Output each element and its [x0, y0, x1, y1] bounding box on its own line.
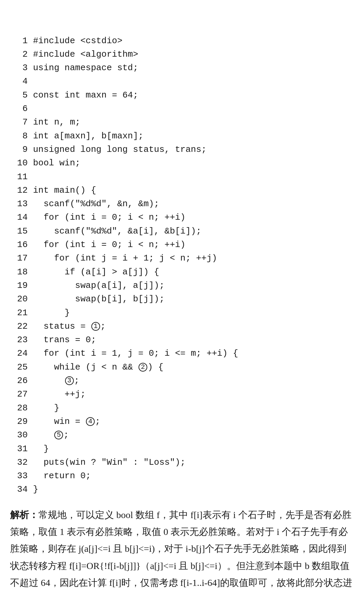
- line-number: 17: [10, 251, 28, 265]
- line-content: 3;: [33, 374, 354, 387]
- code-line: 24 for (int i = 1, j = 0; i <= m; ++i) {: [10, 347, 354, 360]
- line-content: status = 1;: [33, 320, 354, 333]
- code-line: 15 scanf("%d%d", &a[i], &b[i]);: [10, 224, 354, 238]
- code-line: 30 5;: [10, 428, 354, 442]
- code-line: 28 }: [10, 401, 354, 415]
- line-number: 8: [10, 129, 28, 143]
- line-number: 12: [10, 184, 28, 197]
- code-block: 1#include <cstdio>2#include <algorithm>3…: [10, 7, 354, 496]
- code-line: 5const int maxn = 64;: [10, 88, 354, 102]
- line-number: 31: [10, 442, 28, 456]
- line-content: bool win;: [33, 156, 354, 170]
- circle-marker: 1: [91, 322, 100, 331]
- line-number: 26: [10, 374, 28, 387]
- line-content: puts(win ? "Win" : "Loss");: [33, 456, 354, 469]
- line-number: 28: [10, 401, 28, 415]
- line-number: 1: [10, 34, 28, 48]
- line-content: if (a[i] > a[j]) {: [33, 265, 354, 279]
- code-line: 11: [10, 170, 354, 184]
- circle-marker: 3: [65, 376, 74, 385]
- line-content: ++j;: [33, 387, 354, 401]
- code-line: 29 win = 4;: [10, 415, 354, 428]
- line-content: int a[maxn], b[maxn];: [33, 129, 354, 143]
- code-line: 4: [10, 75, 354, 88]
- line-number: 10: [10, 156, 28, 170]
- line-number: 27: [10, 387, 28, 401]
- code-line: 2#include <algorithm>: [10, 48, 354, 61]
- line-content: while (j < n && 2) {: [33, 360, 354, 374]
- line-content: swap(b[i], b[j]);: [33, 292, 354, 306]
- line-content: win = 4;: [33, 415, 354, 428]
- line-content: for (int i = 0; i < n; ++i): [33, 238, 354, 251]
- line-number: 3: [10, 61, 28, 75]
- line-content: unsigned long long status, trans;: [33, 143, 354, 156]
- code-line: 1#include <cstdio>: [10, 34, 354, 48]
- line-number: 24: [10, 347, 28, 360]
- line-content: int n, m;: [33, 115, 354, 129]
- code-line: 3using namespace std;: [10, 61, 354, 75]
- line-number: 13: [10, 197, 28, 211]
- code-line: 26 3;: [10, 374, 354, 387]
- code-line: 31 }: [10, 442, 354, 456]
- line-number: 18: [10, 265, 28, 279]
- code-line: 32 puts(win ? "Win" : "Loss");: [10, 456, 354, 469]
- line-content: }: [33, 483, 354, 496]
- line-number: 11: [10, 170, 28, 184]
- circle-marker: 5: [54, 431, 63, 439]
- line-content: 5;: [33, 428, 354, 442]
- line-number: 29: [10, 415, 28, 428]
- code-line: 6: [10, 102, 354, 115]
- analysis-block: 解析：常规地，可以定义 bool 数组 f，其中 f[i]表示有 i 个石子时，…: [10, 507, 354, 595]
- line-number: 32: [10, 456, 28, 469]
- line-content: scanf("%d%d", &a[i], &b[i]);: [33, 224, 354, 238]
- line-number: 9: [10, 143, 28, 156]
- code-line: 22 status = 1;: [10, 320, 354, 333]
- line-number: 21: [10, 306, 28, 320]
- code-line: 27 ++j;: [10, 387, 354, 401]
- line-content: }: [33, 442, 354, 456]
- code-line: 23 trans = 0;: [10, 333, 354, 347]
- line-content: scanf("%d%d", &n, &m);: [33, 197, 354, 211]
- line-number: 15: [10, 224, 28, 238]
- line-content: using namespace std;: [33, 61, 354, 75]
- line-content: swap(a[i], a[j]);: [33, 279, 354, 292]
- circle-marker: 2: [139, 363, 147, 372]
- line-content: const int maxn = 64;: [33, 88, 354, 102]
- line-number: 22: [10, 320, 28, 333]
- line-number: 14: [10, 211, 28, 224]
- code-line: 17 for (int j = i + 1; j < n; ++j): [10, 251, 354, 265]
- line-content: for (int j = i + 1; j < n; ++j): [33, 251, 354, 265]
- line-number: 20: [10, 292, 28, 306]
- line-content: for (int i = 1, j = 0; i <= m; ++i) {: [33, 347, 354, 360]
- line-number: 30: [10, 428, 28, 442]
- line-number: 5: [10, 88, 28, 102]
- line-content: }: [33, 401, 354, 415]
- line-number: 16: [10, 238, 28, 251]
- code-line: 33 return 0;: [10, 469, 354, 483]
- line-number: 23: [10, 333, 28, 347]
- code-line: 18 if (a[i] > a[j]) {: [10, 265, 354, 279]
- line-content: trans = 0;: [33, 333, 354, 347]
- code-line: 8int a[maxn], b[maxn];: [10, 129, 354, 143]
- line-number: 33: [10, 469, 28, 483]
- line-number: 34: [10, 483, 28, 496]
- line-content: return 0;: [33, 469, 354, 483]
- line-content: for (int i = 0; i < n; ++i): [33, 211, 354, 224]
- line-number: 2: [10, 48, 28, 61]
- code-line: 34}: [10, 483, 354, 496]
- line-number: 4: [10, 75, 28, 88]
- code-line: 13 scanf("%d%d", &n, &m);: [10, 197, 354, 211]
- analysis-label: 解析：: [10, 510, 38, 520]
- code-line: 20 swap(b[i], b[j]);: [10, 292, 354, 306]
- line-content: #include <algorithm>: [33, 48, 354, 61]
- circle-marker: 4: [86, 417, 95, 426]
- code-line: 14 for (int i = 0; i < n; ++i): [10, 211, 354, 224]
- line-number: 19: [10, 279, 28, 292]
- code-line: 21 }: [10, 306, 354, 320]
- line-number: 6: [10, 102, 28, 115]
- code-line: 9unsigned long long status, trans;: [10, 143, 354, 156]
- code-line: 19 swap(a[i], a[j]);: [10, 279, 354, 292]
- line-content: int main() {: [33, 184, 354, 197]
- code-line: 12int main() {: [10, 184, 354, 197]
- line-content: #include <cstdio>: [33, 34, 354, 48]
